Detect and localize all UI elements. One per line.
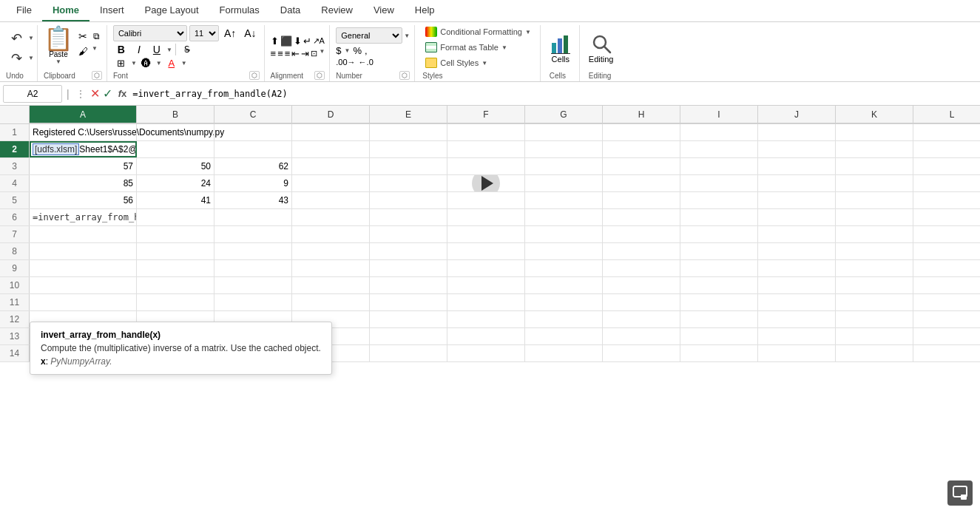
cell-h12[interactable] [603,311,680,327]
cell-a11[interactable] [30,294,137,310]
format-as-table-button[interactable]: Format as Table ▼ [422,41,534,54]
cell-f9[interactable] [447,260,525,276]
cell-e1[interactable] [370,124,447,140]
cell-b7[interactable] [137,226,214,242]
cell-k7[interactable] [836,226,913,242]
cell-d7[interactable] [292,226,370,242]
cell-k4[interactable] [836,175,913,191]
align-top-button[interactable]: ⬆ [271,35,279,47]
cell-a6[interactable]: =invert_array_from_handle(A2) [30,209,137,225]
cell-a5[interactable]: 56 [30,192,137,208]
cell-j1[interactable] [758,124,836,140]
cell-c8[interactable] [214,243,292,259]
cell-h3[interactable] [603,158,680,174]
font-shrink-button[interactable]: A↓ [241,27,259,40]
font-name-select[interactable]: Calibri [113,25,187,41]
indent-less-button[interactable]: ⇤ [291,48,300,59]
number-format-select[interactable]: General [336,27,402,44]
cell-g14[interactable] [525,345,603,361]
cell-j5[interactable] [758,192,836,208]
cut-button[interactable]: ✂ [76,30,89,43]
cell-h6[interactable] [603,209,680,225]
cell-l9[interactable] [913,260,980,276]
formula-ok-button[interactable]: ✓ [103,86,112,101]
cell-l11[interactable] [913,294,980,310]
cell-c9[interactable] [214,260,292,276]
cell-g12[interactable] [525,311,603,327]
cell-k10[interactable] [836,277,913,293]
format-painter-button[interactable]: 🖌 [76,45,90,58]
cell-e7[interactable] [370,226,447,242]
cell-j13[interactable] [758,328,836,344]
cell-h1[interactable] [603,124,680,140]
cell-i4[interactable] [680,175,758,191]
col-header-a[interactable]: A [30,106,137,123]
cell-j12[interactable] [758,311,836,327]
cell-g11[interactable] [525,294,603,310]
cell-i6[interactable] [680,209,758,225]
tab-data[interactable]: Data [270,0,311,21]
cell-j4[interactable] [758,175,836,191]
cell-reference-input[interactable]: A2 [3,85,62,103]
format-table-dropdown[interactable]: ▼ [501,44,507,51]
cell-h9[interactable] [603,260,680,276]
font-grow-button[interactable]: A↑ [221,27,239,40]
cell-i3[interactable] [680,158,758,174]
cell-g4[interactable] [525,175,603,191]
cell-i12[interactable] [680,311,758,327]
cell-e6[interactable] [370,209,447,225]
cell-b11[interactable] [137,294,214,310]
cell-k1[interactable] [836,124,913,140]
cell-d6[interactable] [292,209,370,225]
cell-a9[interactable] [30,260,137,276]
cell-k6[interactable] [836,209,913,225]
cell-d9[interactable] [292,260,370,276]
cell-l8[interactable] [913,243,980,259]
cell-b3[interactable]: 50 [137,158,214,174]
cell-a7[interactable] [30,226,137,242]
cell-l2[interactable] [913,141,980,157]
cell-d5[interactable] [292,192,370,208]
cell-c5[interactable]: 43 [214,192,292,208]
cell-l14[interactable] [913,345,980,361]
redo-button[interactable]: ↷ [6,49,27,68]
cell-f7[interactable] [447,226,525,242]
cell-a8[interactable] [30,243,137,259]
cell-f4[interactable] [447,175,525,191]
align-middle-button[interactable]: ⬛ [280,35,292,47]
conditional-formatting-button[interactable]: Conditional Formatting ▼ [422,25,534,38]
cell-j2[interactable] [758,141,836,157]
fill-dropdown[interactable]: ▼ [156,60,162,67]
cell-h5[interactable] [603,192,680,208]
cell-f2[interactable] [447,141,525,157]
merge-dropdown[interactable]: ▼ [319,48,325,59]
cell-h11[interactable] [603,294,680,310]
pip-button[interactable] [947,480,973,506]
cell-g10[interactable] [525,277,603,293]
cell-h4[interactable] [603,175,680,191]
cell-e13[interactable] [370,328,447,344]
cell-l6[interactable] [913,209,980,225]
cell-e8[interactable] [370,243,447,259]
currency-button[interactable]: $ [336,45,341,56]
cell-i7[interactable] [680,226,758,242]
cell-c3[interactable]: 62 [214,158,292,174]
currency-dropdown[interactable]: ▼ [345,47,351,54]
cell-styles-button[interactable]: Cell Styles ▼ [422,56,534,69]
cell-h13[interactable] [603,328,680,344]
redo-dropdown-arrow[interactable]: ▼ [28,55,34,61]
cell-f8[interactable] [447,243,525,259]
orientation-button[interactable]: ↗A [313,35,325,47]
cell-k3[interactable] [836,158,913,174]
cell-k12[interactable] [836,311,913,327]
cell-f3[interactable] [447,158,525,174]
editing-button[interactable]: Editing [589,25,614,71]
cell-e2[interactable] [370,141,447,157]
formula-cancel-button[interactable]: ✕ [90,86,100,101]
col-header-h[interactable]: H [603,106,680,123]
cell-i13[interactable] [680,328,758,344]
font-expand-icon[interactable]: ⬡ [249,71,260,80]
cell-f1[interactable] [447,124,525,140]
col-header-j[interactable]: J [758,106,836,123]
cell-f11[interactable] [447,294,525,310]
